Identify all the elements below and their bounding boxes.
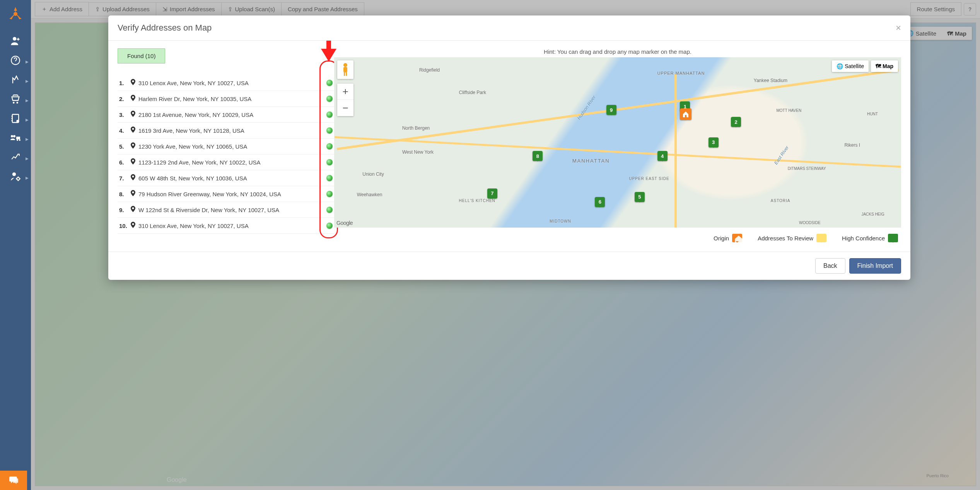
sidebar-chat-button[interactable] [0, 471, 27, 490]
close-icon: × [896, 22, 901, 33]
address-number: 10. [119, 223, 131, 229]
zoom-in-button[interactable]: + [337, 84, 353, 100]
status-indicator-icon [326, 111, 333, 118]
address-row[interactable]: 8.79 Hudson River Greenway, New York, NY… [118, 186, 334, 202]
pin-icon [131, 222, 135, 230]
svg-point-7 [17, 120, 19, 122]
origin-marker[interactable] [680, 108, 691, 120]
map-legend: Origin Addresses To Review High Confiden… [334, 228, 901, 244]
sidebar-item-addressbook[interactable]: ▶ [0, 110, 31, 129]
close-button[interactable]: × [896, 22, 901, 33]
map-label: ASTORIA [771, 199, 790, 203]
verification-map[interactable]: + − 🌐Satellite 🗺Map Ridgefield Cliffside… [334, 57, 901, 228]
address-row[interactable]: 1.310 Lenox Ave, New York, NY 10027, USA [118, 75, 334, 91]
pin-icon [131, 111, 135, 118]
map-label: Yankee Stadium [754, 78, 787, 83]
map-marker[interactable]: 5 [635, 192, 645, 202]
svg-rect-19 [346, 72, 347, 76]
status-indicator-icon [326, 127, 333, 134]
status-indicator-icon [326, 207, 333, 213]
team-truck-icon [10, 132, 21, 146]
map-marker[interactable]: 4 [657, 151, 668, 161]
sidebar-item-user-settings[interactable]: ▶ [0, 168, 31, 187]
sidebar-item-team[interactable]: ▶ [0, 129, 31, 149]
map-label: East River [773, 145, 790, 166]
address-row[interactable]: 9.W 122nd St & Riverside Dr, New York, N… [118, 202, 334, 218]
map-marker[interactable]: 2 [731, 117, 741, 127]
map-marker[interactable]: 3 [709, 137, 719, 147]
user-gear-icon [10, 171, 21, 184]
tab-found[interactable]: Found (10) [118, 48, 165, 63]
high-confidence-swatch-icon [888, 234, 898, 242]
pegman-control[interactable] [337, 60, 353, 79]
map-marker[interactable]: 9 [606, 105, 616, 115]
pin-icon [131, 174, 135, 182]
caret-icon: ▶ [26, 98, 29, 103]
address-text: 310 Lenox Ave, New York, NY 10027, USA [138, 223, 326, 229]
address-row[interactable]: 10.310 Lenox Ave, New York, NY 10027, US… [118, 218, 334, 234]
map-icon: 🗺 [876, 63, 881, 69]
map-label: JACKS HEIG [861, 212, 884, 216]
address-row[interactable]: 3.2180 1st Avenue, New York, NY 10029, U… [118, 107, 334, 123]
address-text: 1123-1129 2nd Ave, New York, NY 10022, U… [138, 159, 326, 166]
status-indicator-icon [326, 96, 333, 102]
caret-icon: ▶ [26, 137, 29, 141]
address-number: 4. [119, 127, 131, 134]
zoom-out-button[interactable]: − [337, 100, 353, 116]
caret-icon: ▶ [26, 118, 29, 122]
chat-icon [8, 475, 19, 486]
address-row[interactable]: 6.1123-1129 2nd Ave, New York, NY 10022,… [118, 154, 334, 170]
finish-import-button[interactable]: Finish Import [849, 258, 901, 274]
svg-rect-20 [685, 115, 686, 117]
map-marker[interactable]: 7 [487, 188, 497, 199]
status-indicator-icon [326, 143, 333, 149]
address-number: 1. [119, 80, 131, 86]
review-swatch-icon [816, 234, 826, 242]
address-row[interactable]: 2.Harlem River Dr, New York, NY 10035, U… [118, 91, 334, 107]
svg-point-9 [13, 135, 15, 137]
map-label: HUNT [867, 112, 878, 116]
sidebar-item-routes[interactable]: ▶ [0, 71, 31, 91]
status-indicator-icon [326, 80, 333, 86]
map-marker[interactable]: 8 [533, 151, 543, 161]
map-label: HELL'S KITCHEN [459, 199, 495, 203]
globe-icon: 🌐 [837, 63, 843, 69]
map-label: Hudson River [576, 94, 596, 121]
app-logo [5, 3, 26, 25]
svg-point-12 [19, 139, 20, 141]
sidebar-item-help[interactable]: ▶ [0, 52, 31, 71]
address-text: Harlem River Dr, New York, NY 10035, USA [138, 96, 326, 102]
caret-icon: ▶ [26, 60, 29, 64]
address-row[interactable]: 7.605 W 48th St, New York, NY 10036, USA [118, 170, 334, 186]
svg-point-14 [17, 177, 20, 180]
map-marker[interactable]: 6 [595, 197, 605, 207]
sidebar: ▶ ▶ ▶ ▶ ▶ ▶ ▶ [0, 0, 31, 490]
svg-rect-10 [16, 137, 20, 139]
house-icon [682, 111, 690, 118]
zoom-controls: + − [337, 84, 353, 116]
pin-icon [131, 206, 135, 214]
map-label: DITMARS STEINWAY [788, 166, 826, 171]
svg-rect-18 [344, 72, 345, 76]
map-label: MANHATTAN [572, 158, 610, 164]
status-indicator-icon [326, 159, 333, 165]
legend-high-confidence: High Confidence [842, 234, 898, 242]
back-button[interactable]: Back [815, 258, 845, 274]
mini-map-toggle[interactable]: 🗺Map [871, 60, 898, 72]
sidebar-item-orders[interactable]: ▶ [0, 91, 31, 110]
cart-icon [10, 94, 21, 107]
address-row[interactable]: 4.1619 3rd Ave, New York, NY 10128, USA [118, 123, 334, 139]
google-logo: Google [336, 220, 353, 226]
question-circle-icon [10, 55, 20, 68]
sidebar-item-analytics[interactable]: ▶ [0, 149, 31, 168]
address-row[interactable]: 5.1230 York Ave, New York, NY 10065, USA [118, 139, 334, 154]
chart-icon [10, 152, 20, 164]
svg-point-4 [13, 37, 16, 41]
mini-satellite-toggle[interactable]: 🌐Satellite [832, 60, 869, 72]
address-text: 1230 York Ave, New York, NY 10065, USA [138, 143, 326, 150]
routes-icon [10, 74, 21, 87]
pin-icon [131, 142, 135, 150]
sidebar-item-add-user[interactable] [0, 33, 31, 52]
pin-icon [131, 127, 135, 134]
svg-point-8 [11, 135, 13, 137]
